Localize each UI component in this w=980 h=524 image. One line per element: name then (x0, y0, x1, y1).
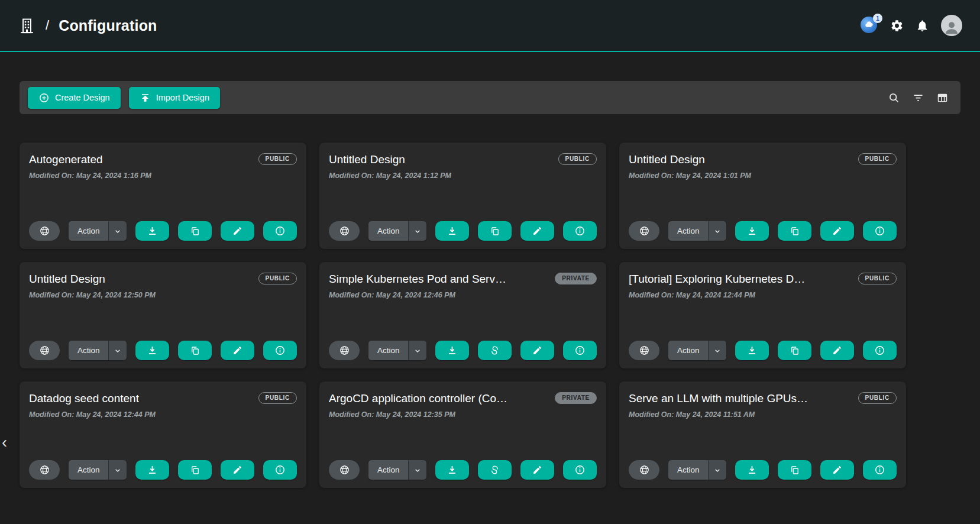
download-button[interactable] (435, 221, 469, 241)
search-button[interactable] (888, 92, 900, 104)
search-icon (888, 92, 900, 104)
settings-button[interactable] (890, 19, 904, 33)
download-button[interactable] (735, 341, 769, 360)
action-button[interactable]: Action (668, 341, 709, 360)
action-dropdown-caret[interactable] (708, 460, 726, 480)
edit-button[interactable] (520, 221, 554, 241)
edit-button[interactable] (520, 460, 554, 480)
user-menu-button[interactable] (941, 15, 962, 36)
cloud-status-button[interactable]: 1 (861, 17, 878, 34)
pencil-icon (832, 226, 842, 236)
table-view-button[interactable] (936, 92, 949, 104)
edit-button[interactable] (221, 221, 254, 241)
copy-button[interactable] (178, 341, 212, 360)
modified-date: Modified On: May 24, 2024 12:44 PM (29, 410, 297, 419)
visibility-badge[interactable]: PRIVATE (555, 392, 597, 404)
action-split-button: Action (668, 221, 727, 241)
visibility-badge[interactable]: PUBLIC (258, 392, 297, 404)
copy-button[interactable] (778, 221, 811, 241)
visibility-globe-button[interactable] (29, 460, 60, 480)
kanvas-button[interactable] (478, 460, 512, 480)
visibility-globe-button[interactable] (329, 460, 360, 480)
copy-button[interactable] (478, 221, 512, 241)
action-button[interactable]: Action (668, 460, 709, 480)
caret-down-icon (713, 227, 722, 236)
action-button[interactable]: Action (368, 460, 409, 480)
visibility-globe-button[interactable] (629, 460, 659, 480)
download-button[interactable] (735, 460, 769, 480)
download-button[interactable] (435, 341, 469, 360)
globe-icon (639, 464, 650, 476)
visibility-globe-button[interactable] (29, 341, 60, 360)
copy-button[interactable] (178, 221, 212, 241)
action-dropdown-caret[interactable] (408, 221, 426, 241)
action-dropdown-caret[interactable] (708, 341, 726, 360)
info-button[interactable] (263, 341, 297, 360)
edit-button[interactable] (820, 460, 854, 480)
visibility-badge[interactable]: PRIVATE (555, 273, 597, 284)
create-design-button[interactable]: Create Design (28, 87, 121, 109)
action-button[interactable]: Action (69, 341, 109, 360)
info-icon (274, 225, 286, 237)
action-dropdown-caret[interactable] (408, 460, 426, 480)
info-button[interactable] (563, 341, 597, 360)
app-header: / Configuration 1 (0, 0, 980, 52)
building-logo-icon[interactable] (18, 17, 36, 35)
filter-button[interactable] (912, 92, 924, 104)
visibility-badge[interactable]: PUBLIC (258, 153, 297, 165)
info-button[interactable] (863, 460, 897, 480)
copy-button[interactable] (778, 341, 811, 360)
edit-button[interactable] (221, 341, 254, 360)
info-button[interactable] (563, 460, 597, 480)
design-title: Autogenerated (29, 153, 103, 166)
action-dropdown-caret[interactable] (708, 221, 726, 241)
visibility-badge[interactable]: PUBLIC (858, 273, 897, 284)
action-dropdown-caret[interactable] (108, 460, 127, 480)
info-button[interactable] (863, 341, 897, 360)
visibility-globe-button[interactable] (629, 221, 659, 241)
info-button[interactable] (263, 460, 297, 480)
visibility-globe-button[interactable] (329, 341, 360, 360)
visibility-globe-button[interactable] (629, 341, 659, 360)
download-button[interactable] (135, 341, 169, 360)
visibility-badge[interactable]: PUBLIC (858, 153, 897, 165)
import-design-button[interactable]: Import Design (129, 87, 220, 109)
copy-button[interactable] (178, 460, 212, 480)
download-button[interactable] (135, 221, 169, 241)
visibility-badge[interactable]: PUBLIC (858, 392, 897, 404)
copy-button[interactable] (778, 460, 811, 480)
caret-down-icon (713, 465, 722, 475)
visibility-globe-button[interactable] (329, 221, 360, 241)
pencil-icon (232, 226, 242, 236)
download-icon (147, 345, 158, 356)
info-button[interactable] (263, 221, 297, 241)
action-dropdown-caret[interactable] (408, 341, 426, 360)
action-button[interactable]: Action (368, 341, 409, 360)
info-button[interactable] (563, 221, 597, 241)
designs-toolbar: Create Design Import Design (20, 81, 960, 114)
caret-down-icon (113, 465, 122, 475)
download-button[interactable] (435, 460, 469, 480)
action-split-button: Action (668, 341, 727, 360)
action-button[interactable]: Action (69, 221, 109, 241)
edit-button[interactable] (820, 221, 854, 241)
drawer-collapse-chevron[interactable]: ‹ (1, 434, 8, 452)
kanvas-button[interactable] (478, 341, 512, 360)
modified-date: Modified On: May 24, 2024 12:35 PM (329, 410, 597, 419)
download-button[interactable] (735, 221, 769, 241)
info-button[interactable] (863, 221, 897, 241)
action-button[interactable]: Action (668, 221, 709, 241)
notifications-button[interactable] (916, 19, 929, 33)
download-button[interactable] (135, 460, 169, 480)
edit-button[interactable] (820, 341, 854, 360)
edit-button[interactable] (221, 460, 254, 480)
visibility-globe-button[interactable] (29, 221, 60, 241)
action-button[interactable]: Action (368, 221, 409, 241)
action-button[interactable]: Action (69, 460, 109, 480)
action-dropdown-caret[interactable] (108, 221, 127, 241)
visibility-badge[interactable]: PUBLIC (258, 273, 297, 284)
edit-button[interactable] (520, 341, 554, 360)
action-dropdown-caret[interactable] (108, 341, 127, 360)
visibility-badge[interactable]: PUBLIC (558, 153, 597, 165)
copy-icon (190, 465, 200, 476)
